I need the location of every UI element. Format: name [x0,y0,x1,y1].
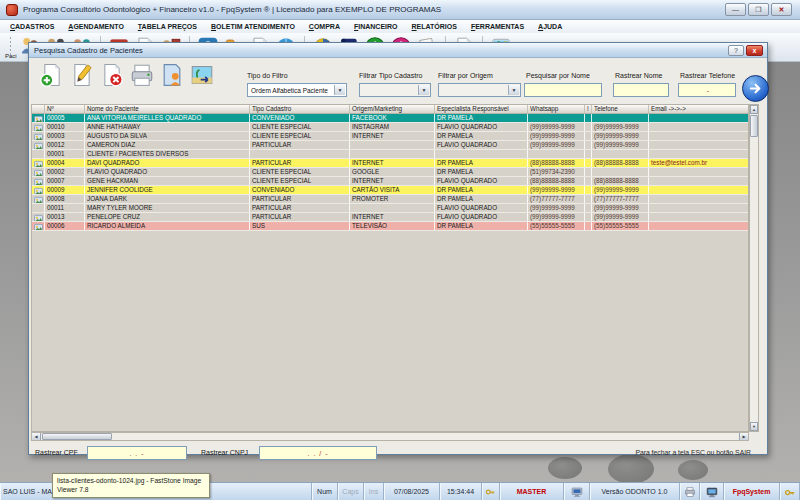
table-row[interactable]: 00007GENE HACKMANCLIENTE ESPECIALINTERNE… [32,177,748,186]
column-header-Nº[interactable]: Nº [45,105,85,113]
cell: (99)99999-9999 [528,186,585,194]
patient-photo-icon [34,160,43,167]
table-row[interactable]: 00009JENNIFER COOLIDGECONVENIADOCARTÃO V… [32,186,748,195]
table-row[interactable]: 00013PENELOPE CRUZPARTICULARINTERNETFLAV… [32,213,748,222]
cell [585,123,592,131]
close-button[interactable]: ✕ [771,3,792,16]
table-row[interactable]: 00004DAVI QUADRADOPARTICULARINTERNETDR P… [32,159,748,168]
cell: SUS [250,222,350,230]
cell: INTERNET [350,213,435,221]
filter-type-dropdown[interactable]: Ordem Alfabetica Paciente ▼ [247,83,347,97]
menu-boletim-atendimento[interactable]: BOLETIM ATENDIMENTO [204,20,302,33]
cell [585,132,592,140]
column-header-icon[interactable] [32,105,45,113]
patient-photo-icon [34,142,43,149]
scroll-up-icon[interactable]: ▲ [750,105,758,114]
cell [32,177,45,185]
patient-record-button[interactable] [159,62,185,88]
table-row[interactable]: 00002FLAVIO QUADRADOCLIENTE ESPECIALGOOG… [32,168,748,177]
delete-button[interactable] [99,62,125,88]
table-row[interactable]: 00011MARY TYLER MOOREPARTICULARFLAVIO QU… [32,204,748,213]
print-button[interactable] [129,62,155,88]
cell [32,204,45,212]
restore-button[interactable]: ❐ [748,3,769,16]
chevron-down-icon[interactable]: ▼ [508,85,519,95]
column-header-Email ->->->[interactable]: Email ->->-> [649,105,750,113]
column-header-![interactable]: ! [585,105,592,113]
chevron-down-icon[interactable]: ▼ [334,85,345,95]
cell: CLIENTE / PACIENTES DIVERSOS [85,150,250,158]
cell: (99)99999-9999 [592,141,649,149]
filter-tipo-cadastro-dropdown[interactable]: ▼ [359,83,431,97]
patient-photo-icon [34,133,43,140]
table-row[interactable]: 00006RICARDO ALMEIDASUSTELEVISÃODR PAMEL… [32,222,748,231]
menu-relatórios[interactable]: RELATÓRIOS [405,20,464,33]
column-header-Telefone[interactable]: Telefone [592,105,649,113]
cell: FACEBOOK [350,114,435,122]
column-header-Tipo Cadastro[interactable]: Tipo Cadastro [250,105,350,113]
cell [585,204,592,212]
search-go-button[interactable] [742,75,769,102]
table-row[interactable]: 00001CLIENTE / PACIENTES DIVERSOS [32,150,748,159]
cell [350,150,435,158]
table-row[interactable]: 00010ANNE HATHAWAYCLIENTE ESPECIALINSTAG… [32,123,748,132]
table-row[interactable]: 00003AUGUSTO DA SILVACLIENTE ESPECIALINT… [32,132,748,141]
menu-ferramentas[interactable]: FERRAMENTAS [464,20,531,33]
table-row[interactable]: 00005ANA VITORIA MEIRELLES QUADRADOCONVE… [32,114,748,123]
table-row[interactable]: 00008JOANA DARKPARTICULARPROMOTERDR PAME… [32,195,748,204]
cell: ANNE HATHAWAY [85,123,250,131]
cell: PARTICULAR [250,204,350,212]
scroll-right-icon[interactable]: ▶ [739,433,748,440]
scroll-down-icon[interactable]: ▼ [750,422,758,431]
menu-financeiro[interactable]: FINANCEIRO [347,20,405,33]
edit-button[interactable] [69,62,95,88]
search-name-input[interactable] [524,83,602,97]
column-header-Nome do Paciente[interactable]: Nome do Paciente [85,105,250,113]
exit-screen-button[interactable] [189,62,215,88]
menu-agendamento[interactable]: AGENDAMENTO [61,20,131,33]
menu-cadastros[interactable]: CADASTROS [3,20,61,33]
patient-photo-icon [34,169,43,176]
cell: (99)99999-9999 [592,132,649,140]
cell: DR PAMELA [435,222,528,230]
track-phone-input[interactable]: - [678,83,736,97]
status-insert: Ins [364,483,384,500]
column-header-Especialista Responsável[interactable]: Especialista Responsável [435,105,528,113]
filter-origem-label: Filtrar por Origem [438,72,493,79]
patient-window-title-bar[interactable]: Pesquisa Cadastro de Pacientes ? x [29,43,767,58]
window-close-icon[interactable]: x [746,45,763,56]
column-header-Whatsapp[interactable]: Whatsapp [528,105,585,113]
vertical-scroll-thumb[interactable] [750,115,758,137]
track-cpf-input[interactable]: . . - [87,446,187,460]
cell [585,114,592,122]
vertical-scrollbar[interactable]: ▲ ▼ [749,104,759,432]
cell: (88)88888-8888 [592,159,649,167]
table-row[interactable]: 00012CAMERON DIAZPARTICULARFLAVIO QUADRA… [32,141,748,150]
horizontal-scrollbar[interactable]: ◀ ▶ [31,432,749,441]
cell [350,204,435,212]
column-header-Origem/Marketing[interactable]: Origem/Marketing [350,105,435,113]
track-name-label: Rastrear Nome [615,72,662,79]
cell: CLIENTE ESPECIAL [250,132,350,140]
scroll-left-icon[interactable]: ◀ [32,433,41,440]
cell: 00009 [45,186,85,194]
cell: (77)77777-7777 [592,195,649,203]
cell: CONVENIADO [250,114,350,122]
menu-bar: CADASTROSAGENDAMENTOTABELA PREÇOSBOLETIM… [0,20,800,33]
cell: PARTICULAR [250,159,350,167]
menu-tabela-preços[interactable]: TABELA PREÇOS [131,20,204,33]
horizontal-scroll-thumb[interactable] [42,433,112,440]
patient-table-header[interactable]: NºNome do PacienteTipo CadastroOrigem/Ma… [31,104,749,114]
cell: DR PAMELA [435,159,528,167]
add-button[interactable] [39,62,65,88]
minimize-button[interactable]: — [725,3,746,16]
chevron-down-icon[interactable]: ▼ [418,85,429,95]
cell: JENNIFER COOLIDGE [85,186,250,194]
track-cnpj-input[interactable]: . . / - [259,446,377,460]
status-computer-icon [564,483,590,500]
menu-compra[interactable]: COMPRA [302,20,347,33]
help-button[interactable]: ? [728,45,744,56]
filter-origem-dropdown[interactable]: ▼ [438,83,521,97]
menu-ajuda[interactable]: AJUDA [531,20,569,33]
track-name-input[interactable] [613,83,669,97]
